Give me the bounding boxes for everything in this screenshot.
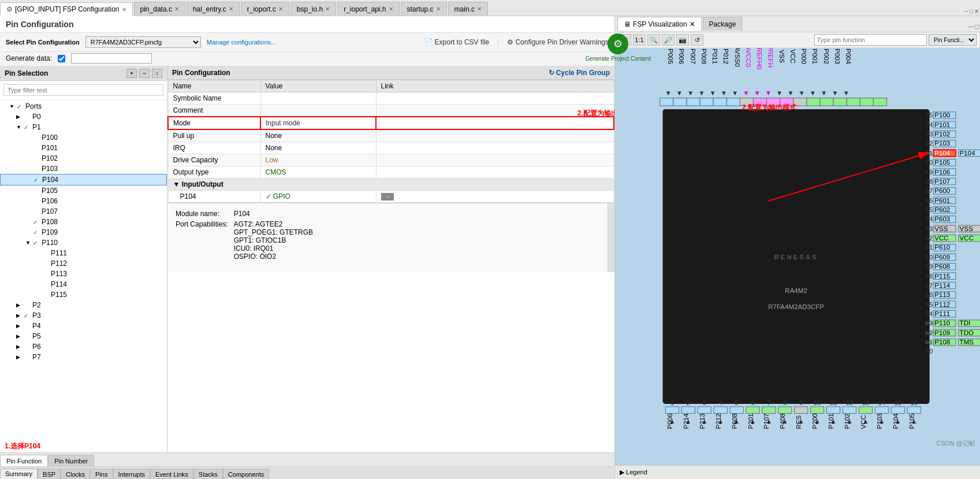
zoom-out-button[interactable]: 🔎: [662, 34, 675, 46]
tab-hal-entry[interactable]: hal_entry.c ✕: [187, 2, 240, 16]
tree-p109[interactable]: ✓P109: [0, 227, 167, 237]
tree-p6[interactable]: ▶P6: [0, 341, 167, 352]
right-maximize[interactable]: □: [975, 23, 979, 31]
svg-text:P102: P102: [934, 131, 950, 138]
tab-pin-data[interactable]: pin_data.c ✕: [134, 2, 185, 16]
svg-text:57: 57: [926, 282, 933, 289]
tree-p111[interactable]: P111: [0, 248, 167, 258]
svg-text:▼: ▼: [810, 90, 816, 96]
pin-function-dropdown[interactable]: Pin Functi...: [929, 34, 977, 46]
tab-r-ioport-api[interactable]: r_ioport_api.h ✕: [337, 2, 399, 16]
tree-p101[interactable]: P101: [0, 143, 167, 153]
refresh-button[interactable]: ↺: [691, 34, 703, 46]
tab-startup-close[interactable]: ✕: [436, 6, 441, 12]
tree-p4[interactable]: ▶P4: [0, 321, 167, 331]
tree-p0[interactable]: ▶ P0: [0, 112, 167, 122]
tab-clocks[interactable]: Clocks: [61, 469, 90, 479]
visualization-icon: 🖥: [624, 20, 631, 28]
tree-p102[interactable]: P102: [0, 153, 167, 164]
tree-p107[interactable]: P107: [0, 206, 167, 217]
tab-fsp-config-close[interactable]: ✕: [122, 6, 126, 13]
tab-bsp-io-close[interactable]: ✕: [325, 6, 330, 12]
tab-stacks[interactable]: Stacks: [193, 469, 223, 479]
tab-interrupts[interactable]: Interrupts: [113, 469, 150, 479]
svg-text:66: 66: [926, 197, 933, 204]
right-minimize[interactable]: ─: [968, 23, 974, 31]
tab-main-close[interactable]: ✕: [477, 6, 482, 12]
svg-text:P103: P103: [876, 413, 883, 429]
expand-all-icon[interactable]: +: [126, 69, 137, 78]
svg-text:P110: P110: [934, 320, 950, 326]
svg-rect-161: [859, 407, 872, 414]
svg-rect-149: [665, 407, 679, 414]
tab-event-links[interactable]: Event Links: [150, 469, 193, 479]
tab-pins[interactable]: Pins: [90, 469, 113, 479]
config-file-select[interactable]: R7FA4M2AD3CFP.pincfg: [85, 36, 201, 48]
module-info-scrollbar[interactable]: [608, 203, 614, 272]
tree-p100[interactable]: P100: [0, 132, 167, 143]
svg-text:▼: ▼: [698, 90, 705, 96]
tree-p3[interactable]: ▶✓P3: [0, 310, 167, 321]
tree-p108[interactable]: ✓P108: [0, 217, 167, 227]
tree-p110[interactable]: ▼✓P110: [0, 237, 167, 248]
svg-text:65: 65: [926, 206, 933, 213]
svg-text:▼: ▼: [799, 90, 805, 96]
tree-p106[interactable]: P106: [0, 196, 167, 206]
tree-p7[interactable]: ▶P7: [0, 352, 167, 362]
generate-data-checkbox[interactable]: [58, 55, 65, 62]
window-minimize[interactable]: ─: [964, 8, 968, 14]
tab-hal-entry-close[interactable]: ✕: [229, 6, 233, 12]
tab-startup[interactable]: startup.c ✕: [401, 2, 447, 16]
tab-r-ioport-close[interactable]: ✕: [278, 6, 283, 12]
svg-text:▼: ▼: [821, 90, 827, 96]
generate-project-content-button[interactable]: ⚙ Generate Project Content: [586, 34, 651, 62]
row-mode-value[interactable]: Input mode: [260, 117, 376, 129]
gpio-link-arrow[interactable]: →: [381, 193, 394, 200]
tree-p2[interactable]: ▶P2: [0, 300, 167, 310]
table-row: Pull up None: [168, 129, 614, 142]
fsp-viz-close[interactable]: ✕: [690, 20, 695, 28]
tree-p115[interactable]: P115: [0, 289, 167, 300]
cycle-btn-label: Cycle Pin Group: [556, 69, 610, 77]
tab-fsp-visualization[interactable]: 🖥 FSP Visualization ✕: [617, 17, 702, 31]
tab-pin-function[interactable]: Pin Function: [0, 455, 48, 466]
tab-bsp-io[interactable]: bsp_io.h ✕: [290, 2, 336, 16]
pin-config-panel-header: Pin Configuration ↻ Cycle Pin Group: [167, 66, 614, 80]
tree-ports[interactable]: ▼ ✓ Ports: [0, 101, 167, 112]
cycle-pin-group-button[interactable]: ↻ Cycle Pin Group: [549, 69, 610, 77]
window-maximize[interactable]: □: [970, 8, 973, 14]
generate-data-input[interactable]: g_bsp_pin_cfg: [71, 53, 152, 64]
tree-p103[interactable]: P103: [0, 164, 167, 174]
tab-summary[interactable]: Summary: [0, 469, 38, 479]
sort-icon[interactable]: ↕: [152, 69, 162, 78]
tab-package[interactable]: Package: [703, 17, 743, 31]
tab-pin-number[interactable]: Pin Number: [48, 455, 94, 466]
tab-r-ioport[interactable]: r_ioport.c ✕: [241, 2, 289, 16]
tab-fsp-config[interactable]: ⚙ [GPIO_INPUT] FSP Configuration ✕: [0, 2, 133, 16]
tab-main[interactable]: main.c ✕: [448, 2, 488, 16]
tab-r-ioport-api-close[interactable]: ✕: [389, 6, 393, 12]
window-close[interactable]: ✕: [974, 8, 979, 14]
chip-visualization[interactable]: P005 P006 P007 P008 P011 P012 AVSS0 AVCC…: [615, 48, 980, 465]
legend-bar[interactable]: ▶ Legend: [615, 465, 980, 479]
tree-p113[interactable]: P113: [0, 269, 167, 279]
tree-p104[interactable]: ✓ P104: [0, 174, 167, 185]
tree-p105[interactable]: P105: [0, 185, 167, 196]
collapse-all-icon[interactable]: −: [139, 69, 150, 78]
pin-tree: ▼ ✓ Ports ▶ P0 ▼ ✓ P1: [0, 100, 167, 440]
tab-components[interactable]: Components: [223, 469, 269, 479]
tab-pin-data-close[interactable]: ✕: [174, 6, 179, 12]
export-csv-button[interactable]: 📄 Export to CSV file: [424, 38, 490, 46]
tree-p112[interactable]: P112: [0, 258, 167, 269]
svg-text:10: 10: [814, 399, 821, 406]
export-image-button[interactable]: 📷: [676, 34, 689, 46]
tree-p5[interactable]: ▶P5: [0, 331, 167, 341]
tree-p1[interactable]: ▼ ✓ P1: [0, 122, 167, 132]
tree-p114[interactable]: P114: [0, 279, 167, 289]
manage-configs-link[interactable]: Manage configurations...: [207, 39, 276, 46]
row-gpio-value[interactable]: ✓ GPIO: [260, 191, 376, 203]
pin-filter-input[interactable]: [3, 84, 163, 96]
tab-bsp[interactable]: BSP: [38, 469, 61, 479]
type-pin-function-input[interactable]: [814, 34, 927, 46]
svg-rect-39: [713, 98, 726, 106]
